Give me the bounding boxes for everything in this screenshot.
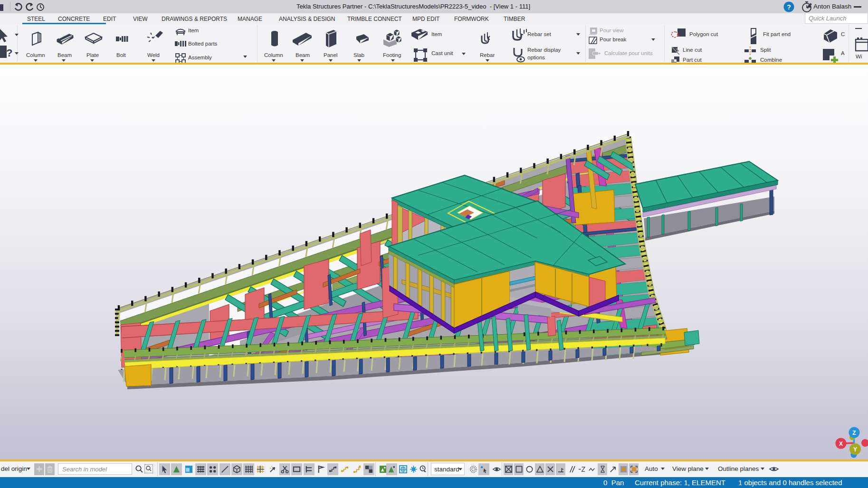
svg-text:X: X	[839, 441, 843, 447]
svg-text:?: ?	[787, 3, 791, 11]
svg-text:Y: Y	[853, 446, 857, 453]
svg-text:Z: Z	[852, 430, 856, 436]
